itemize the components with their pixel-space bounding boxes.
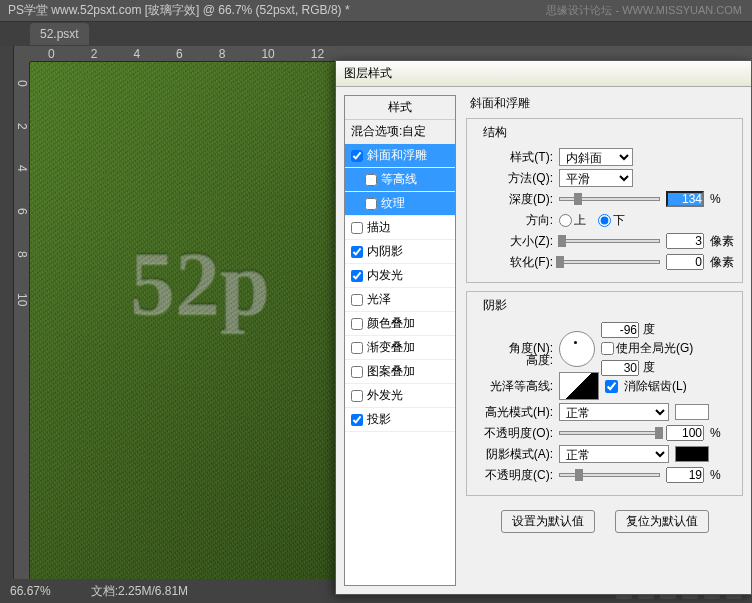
- make-default-button[interactable]: 设置为默认值: [501, 510, 595, 533]
- depth-slider[interactable]: [559, 197, 660, 201]
- title-bar: PS学堂 www.52psxt.com [玻璃字效] @ 66.7% (52ps…: [0, 0, 752, 22]
- style-item[interactable]: 斜面和浮雕: [345, 144, 455, 168]
- shadow-opacity-input[interactable]: [666, 467, 704, 483]
- highlight-opacity-slider[interactable]: [559, 431, 660, 435]
- depth-input[interactable]: [666, 191, 704, 207]
- style-label: 光泽: [367, 291, 391, 308]
- style-item[interactable]: 图案叠加: [345, 360, 455, 384]
- antialias-checkbox[interactable]: [605, 380, 618, 393]
- style-label: 等高线: [381, 171, 417, 188]
- doc-info: 文档:2.25M/6.81M: [91, 583, 188, 600]
- shading-group: 阴影 角度(N): 度 使用全局光(G) 度 高度: 光泽等高线:消除锯齿(L)…: [466, 291, 743, 496]
- effect-panel-title: 斜面和浮雕: [466, 95, 743, 114]
- ruler-vertical: 0246810: [14, 62, 30, 579]
- style-checkbox[interactable]: [351, 414, 363, 426]
- direction-up-radio[interactable]: 上: [559, 212, 586, 229]
- layer-style-dialog: 图层样式 样式 混合选项:自定 斜面和浮雕等高线纹理描边内阴影内发光光泽颜色叠加…: [335, 60, 752, 595]
- size-input[interactable]: [666, 233, 704, 249]
- structure-group: 结构 样式(T):内斜面 方法(Q):平滑 深度(D):% 方向:上下 大小(Z…: [466, 118, 743, 283]
- angle-input[interactable]: [601, 322, 639, 338]
- style-checkbox[interactable]: [351, 294, 363, 306]
- style-item[interactable]: 内阴影: [345, 240, 455, 264]
- style-checkbox[interactable]: [351, 318, 363, 330]
- angle-widget[interactable]: [559, 331, 595, 367]
- size-slider[interactable]: [559, 239, 660, 243]
- style-label: 颜色叠加: [367, 315, 415, 332]
- style-label: 描边: [367, 219, 391, 236]
- style-label: 内发光: [367, 267, 403, 284]
- shadow-mode-select[interactable]: 正常: [559, 445, 669, 463]
- style-checkbox[interactable]: [351, 366, 363, 378]
- style-checkbox[interactable]: [351, 270, 363, 282]
- style-item[interactable]: 纹理: [345, 192, 455, 216]
- highlight-opacity-input[interactable]: [666, 425, 704, 441]
- style-checkbox[interactable]: [365, 174, 377, 186]
- style-checkbox[interactable]: [351, 150, 363, 162]
- soften-input[interactable]: [666, 254, 704, 270]
- style-item[interactable]: 颜色叠加: [345, 312, 455, 336]
- style-label: 内阴影: [367, 243, 403, 260]
- direction-down-radio[interactable]: 下: [598, 212, 625, 229]
- highlight-color-swatch[interactable]: [675, 404, 709, 420]
- style-checkbox[interactable]: [351, 246, 363, 258]
- bevel-style-select[interactable]: 内斜面: [559, 148, 633, 166]
- soften-slider[interactable]: [559, 260, 660, 264]
- shadow-color-swatch[interactable]: [675, 446, 709, 462]
- global-light-checkbox[interactable]: [601, 342, 614, 355]
- tab-bar: 52.psxt: [0, 22, 752, 46]
- style-checkbox[interactable]: [351, 342, 363, 354]
- style-label: 渐变叠加: [367, 339, 415, 356]
- watermark: 思缘设计论坛 - WWW.MISSYUAN.COM: [546, 3, 742, 18]
- style-checkbox[interactable]: [351, 390, 363, 402]
- altitude-input[interactable]: [601, 360, 639, 376]
- styles-list: 样式 混合选项:自定 斜面和浮雕等高线纹理描边内阴影内发光光泽颜色叠加渐变叠加图…: [344, 95, 456, 586]
- style-item[interactable]: 渐变叠加: [345, 336, 455, 360]
- technique-select[interactable]: 平滑: [559, 169, 633, 187]
- effect-panel: 斜面和浮雕 结构 样式(T):内斜面 方法(Q):平滑 深度(D):% 方向:上…: [466, 95, 743, 586]
- styles-header: 样式: [345, 96, 455, 120]
- reset-default-button[interactable]: 复位为默认值: [615, 510, 709, 533]
- style-label: 斜面和浮雕: [367, 147, 427, 164]
- style-item[interactable]: 等高线: [345, 168, 455, 192]
- style-item[interactable]: 外发光: [345, 384, 455, 408]
- blending-options[interactable]: 混合选项:自定: [345, 120, 455, 144]
- style-item[interactable]: 光泽: [345, 288, 455, 312]
- style-item[interactable]: 描边: [345, 216, 455, 240]
- style-label: 外发光: [367, 387, 403, 404]
- shadow-opacity-slider[interactable]: [559, 473, 660, 477]
- style-item[interactable]: 内发光: [345, 264, 455, 288]
- highlight-mode-select[interactable]: 正常: [559, 403, 669, 421]
- toolbox[interactable]: [0, 46, 14, 579]
- glass-text: 52p: [130, 232, 270, 335]
- style-label: 纹理: [381, 195, 405, 212]
- dialog-title[interactable]: 图层样式: [336, 61, 751, 87]
- style-item[interactable]: 投影: [345, 408, 455, 432]
- gloss-contour[interactable]: [559, 372, 599, 400]
- style-label: 图案叠加: [367, 363, 415, 380]
- zoom-level[interactable]: 66.67%: [10, 584, 51, 598]
- document-tab[interactable]: 52.psxt: [30, 23, 89, 45]
- style-checkbox[interactable]: [351, 222, 363, 234]
- style-checkbox[interactable]: [365, 198, 377, 210]
- style-label: 投影: [367, 411, 391, 428]
